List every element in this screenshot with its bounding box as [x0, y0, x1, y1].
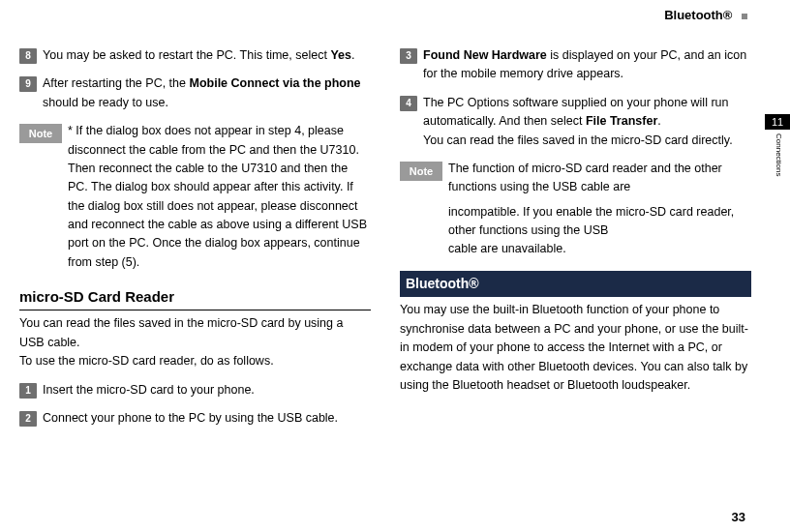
note-line: incompatible. If you enable the micro-SD… [448, 203, 751, 241]
side-tab: 11 Connections [765, 114, 790, 180]
note-line: cable are unavailable. [448, 240, 751, 258]
step-number: 1 [19, 383, 37, 399]
text: . [657, 114, 660, 128]
text: should be ready to use. [43, 96, 168, 109]
step-body: After restarting the PC, the Mobile Conn… [43, 74, 371, 112]
right-column: 3 Found New Hardware is displayed on you… [400, 46, 751, 484]
note-badge: Note [19, 124, 62, 143]
step-3: 3 Found New Hardware is displayed on you… [400, 46, 751, 84]
step-4: 4 The PC Options software supplied on yo… [400, 94, 751, 150]
step-body: Found New Hardware is displayed on your … [423, 46, 751, 84]
text: You can read the files saved in the micr… [423, 133, 733, 147]
page: Bluetooth® 11 Connections 8 You may be a… [0, 0, 790, 532]
note-badge: Note [400, 162, 442, 181]
step-8: 8 You may be asked to restart the PC. Th… [19, 46, 371, 65]
subheading-microsd: micro-SD Card Reader [19, 285, 371, 310]
step-body: Connect your phone to the PC by using th… [43, 409, 371, 428]
step-number: 9 [19, 76, 37, 92]
step-1: 1 Insert the micro-SD card to your phone… [19, 381, 371, 399]
text-bold: File Transfer [586, 114, 657, 128]
step-2: 2 Connect your phone to the PC by using … [19, 409, 371, 428]
note-body: The function of micro-SD card reader and… [448, 160, 751, 259]
text: After restarting the PC, the [43, 76, 189, 90]
section-body: You may use the built-in Bluetooth funct… [400, 301, 751, 395]
content-columns: 8 You may be asked to restart the PC. Th… [19, 19, 751, 484]
step-body: You may be asked to restart the PC. This… [43, 46, 371, 65]
text: You may be asked to restart the PC. This… [43, 48, 330, 62]
text: . [351, 48, 354, 62]
note-block: Note * If the dialog box does not appear… [19, 122, 371, 272]
step-number: 2 [19, 411, 37, 427]
header-title: Bluetooth® [664, 8, 732, 22]
text-bold: Yes [330, 48, 351, 62]
running-header: Bluetooth® [664, 8, 747, 22]
text: The PC Options software supplied on your… [423, 96, 728, 128]
step-body: The PC Options software supplied on your… [423, 94, 751, 150]
intro-text: You can read the files saved in the micr… [19, 314, 371, 370]
text-bold: Found New Hardware [423, 48, 547, 62]
step-number: 8 [19, 48, 37, 64]
note-block: Note The function of micro-SD card reade… [400, 160, 751, 259]
section-title-bluetooth: Bluetooth® [400, 271, 751, 298]
step-9: 9 After restarting the PC, the Mobile Co… [19, 74, 371, 112]
chapter-label: Connections [775, 130, 783, 180]
step-number: 4 [400, 96, 417, 111]
header-square-icon [742, 14, 747, 19]
note-line: The function of micro-SD card reader and… [448, 160, 751, 197]
step-body: Insert the micro-SD card to your phone. [43, 381, 371, 399]
left-column: 8 You may be asked to restart the PC. Th… [19, 46, 371, 484]
text-bold: Mobile Connect via the phone [189, 76, 360, 90]
chapter-number: 11 [765, 114, 790, 130]
note-body: * If the dialog box does not appear in s… [68, 122, 371, 272]
page-number: 33 [732, 510, 745, 524]
step-number: 3 [400, 48, 417, 64]
